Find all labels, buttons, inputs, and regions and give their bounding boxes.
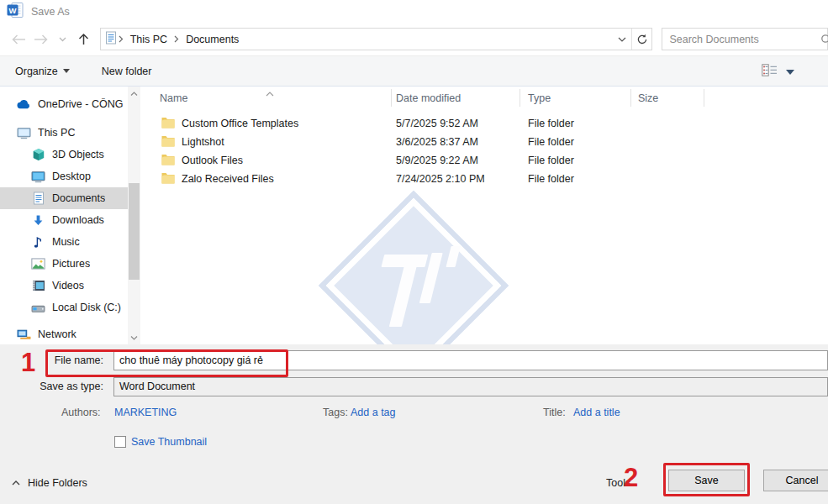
svg-text:W: W	[9, 6, 17, 15]
sidebar-item-local-disk-c[interactable]: Local Disk (C:)	[0, 297, 128, 318]
new-folder-button[interactable]: New folder	[97, 60, 157, 82]
hide-folders-chevron-icon	[12, 480, 20, 486]
address-bar[interactable]: This PC Documents	[100, 28, 653, 50]
downloads-icon	[31, 213, 45, 228]
titlebar: W Save As	[0, 0, 828, 23]
save-thumbnail-checkbox[interactable]	[114, 436, 126, 448]
desktop-icon	[31, 170, 45, 184]
recent-locations-chevron-icon[interactable]	[51, 29, 73, 50]
file-name-label: File name:	[0, 350, 109, 370]
column-divider[interactable]	[704, 89, 704, 107]
sidebar-item-videos[interactable]: Videos	[0, 275, 128, 297]
search-icon	[820, 34, 828, 49]
save-as-type-value: Word Document	[119, 381, 195, 392]
file-name-input[interactable]	[113, 350, 828, 370]
sidebar-item-this-pc[interactable]: This PC	[0, 122, 128, 144]
forward-button[interactable]	[30, 29, 52, 50]
back-button[interactable]	[8, 29, 30, 50]
file-name: Lightshot	[182, 136, 224, 148]
cube-3d-icon	[31, 148, 45, 162]
file-row[interactable]: Zalo Received Files 7/24/2025 2:10 PM Fi…	[141, 170, 828, 188]
address-location-icon	[105, 31, 117, 47]
save-thumbnail-label[interactable]: Save Thumbnail	[131, 436, 207, 448]
search-input[interactable]	[662, 29, 801, 49]
address-dropdown-icon[interactable]	[613, 29, 631, 50]
folder-icon	[161, 154, 175, 168]
disk-icon	[31, 301, 45, 315]
sidebar-item-pictures[interactable]: Pictures	[0, 253, 128, 275]
column-divider[interactable]	[391, 89, 392, 107]
file-date: 3/6/2025 8:37 AM	[391, 136, 519, 148]
file-row[interactable]: Outlook Files 5/9/2025 9:22 AM File fold…	[141, 151, 828, 170]
file-rows: Custom Office Templates 5/7/2025 9:52 AM…	[141, 114, 828, 188]
watermark-logo	[319, 191, 509, 344]
file-date: 5/9/2025 9:22 AM	[391, 155, 519, 166]
browser-area: OneDrive - CÔNG This PC 3D Objects Deskt…	[0, 87, 828, 344]
sort-ascending-icon	[266, 87, 274, 99]
sidebar-item-music[interactable]: Music	[0, 231, 128, 253]
breadcrumb-chevron-icon	[117, 35, 125, 43]
scrollbar-down-icon[interactable]	[128, 331, 140, 344]
tags-label: Tags:	[323, 406, 348, 419]
tools-button[interactable]: Tools	[606, 477, 630, 489]
refresh-icon[interactable]	[631, 29, 651, 50]
authors-label: Authors:	[61, 406, 101, 419]
file-date: 7/24/2025 2:10 PM	[391, 173, 519, 185]
sidebar-item-label: Network	[38, 328, 76, 340]
sidebar-item-network[interactable]: Network	[0, 323, 128, 345]
folder-icon	[161, 117, 175, 131]
column-divider[interactable]	[630, 89, 631, 107]
network-icon	[17, 328, 31, 342]
breadcrumb-chevron-icon	[172, 35, 181, 43]
file-row[interactable]: Custom Office Templates 5/7/2025 9:52 AM…	[141, 114, 828, 133]
add-tag-link[interactable]: Add a tag	[351, 406, 396, 419]
add-title-link[interactable]: Add a title	[573, 406, 620, 419]
column-header-date-modified[interactable]: Date modified	[391, 92, 519, 104]
sidebar-item-label: Documents	[52, 192, 105, 204]
views-icon[interactable]	[762, 64, 778, 79]
file-row[interactable]: Lightshot 3/6/2025 8:37 AM File folder	[141, 133, 828, 151]
column-header-type[interactable]: Type	[519, 92, 630, 104]
authors-value[interactable]: MARKETING	[114, 406, 177, 419]
organize-button[interactable]: Organize	[10, 60, 75, 82]
save-as-dialog: W Save As This PC	[0, 0, 828, 504]
search-box	[662, 28, 828, 50]
column-divider[interactable]	[519, 89, 520, 107]
organize-label: Organize	[15, 66, 58, 77]
music-icon	[31, 235, 45, 249]
save-button[interactable]: Save	[668, 470, 745, 491]
file-list: Name Date modified Type Size Custom Offi…	[141, 87, 828, 344]
hide-folders-button[interactable]: Hide Folders	[12, 477, 87, 489]
file-type: File folder	[519, 136, 630, 148]
save-thumbnail-option: Save Thumbnail	[114, 436, 207, 448]
videos-icon	[31, 279, 45, 293]
navigation-pane: OneDrive - CÔNG This PC 3D Objects Deskt…	[0, 87, 141, 344]
sidebar-item-3d-objects[interactable]: 3D Objects	[0, 144, 128, 165]
views-chevron-icon[interactable]	[786, 66, 794, 77]
file-name: Zalo Received Files	[182, 173, 274, 185]
sidebar-item-documents[interactable]: Documents	[0, 187, 128, 209]
column-header-size[interactable]: Size	[630, 92, 704, 104]
onedrive-icon	[17, 97, 31, 112]
sidebar-item-desktop[interactable]: Desktop	[0, 165, 128, 187]
hide-folders-label: Hide Folders	[28, 477, 87, 489]
up-button[interactable]	[73, 29, 95, 50]
sidebar-item-label: This PC	[38, 127, 75, 139]
folder-icon	[161, 135, 175, 150]
scrollbar-up-icon[interactable]	[128, 87, 140, 100]
sidebar-item-downloads[interactable]: Downloads	[0, 209, 128, 231]
sidebar-item-onedrive[interactable]: OneDrive - CÔNG	[0, 93, 128, 115]
column-headers: Name Date modified Type Size	[141, 87, 828, 109]
breadcrumb-this-pc[interactable]: This PC	[125, 34, 172, 45]
file-type: File folder	[519, 155, 630, 166]
file-name: Custom Office Templates	[182, 118, 298, 129]
sidebar-scrollbar[interactable]	[128, 87, 140, 344]
file-type: File folder	[519, 173, 630, 185]
save-as-type-combobox[interactable]: Word Document	[113, 377, 828, 396]
cancel-button[interactable]: Cancel	[763, 470, 828, 491]
sidebar-item-label: Downloads	[52, 214, 104, 226]
sidebar-item-label: Videos	[52, 280, 84, 291]
breadcrumb-documents[interactable]: Documents	[181, 34, 244, 45]
scrollbar-thumb[interactable]	[129, 183, 140, 280]
navigation-bar: This PC Documents	[0, 23, 828, 55]
